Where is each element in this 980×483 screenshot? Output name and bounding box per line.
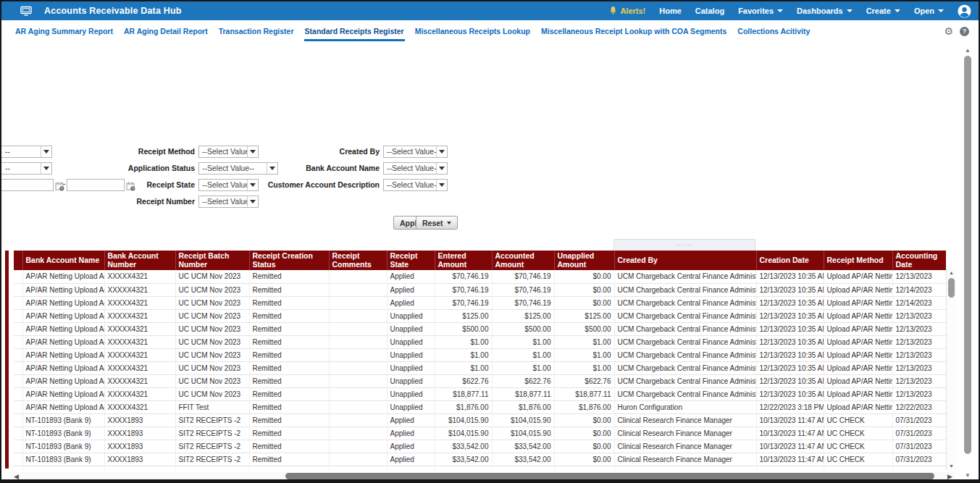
- help-icon[interactable]: ?: [960, 27, 969, 36]
- table-hscroll-thumb[interactable]: [285, 473, 934, 479]
- cell: $70,746.19: [492, 296, 554, 309]
- cell: $125.00: [435, 309, 492, 322]
- cell: $1.00: [492, 348, 554, 361]
- cell: [329, 374, 387, 387]
- favorites-menu[interactable]: Favorites: [738, 7, 783, 15]
- alerts-link[interactable]: Alerts!: [609, 6, 645, 16]
- cell: $622.76: [554, 374, 614, 387]
- cell: UC UCM Nov 2023: [175, 335, 249, 348]
- cell: Clinical Research Finance Manager: [614, 440, 756, 453]
- tab-ar-aging-detail-report[interactable]: AR Aging Detail Report: [123, 27, 209, 41]
- cell: 12/14/2023: [892, 283, 946, 296]
- cell: 12/22/2023: [892, 400, 946, 413]
- column-header-accounting-date: Accounting Date: [892, 251, 946, 270]
- dropdown-arrow-icon[interactable]: [436, 146, 447, 157]
- filter-customer-account-description[interactable]: Customer Account Description --Select Va…: [383, 179, 448, 191]
- row-selector-header: [14, 251, 22, 270]
- dropdown-arrow-icon[interactable]: [247, 180, 258, 190]
- gear-icon[interactable]: ⚙: [944, 26, 953, 36]
- cell: [329, 440, 387, 453]
- scroll-right-arrow[interactable]: ▶: [947, 472, 952, 481]
- scroll-up-arrow[interactable]: ▲: [963, 46, 973, 54]
- column-header-receipt-method: Receipt Method: [824, 251, 892, 270]
- cell: Remitted: [249, 348, 329, 361]
- monitor-icon: [20, 6, 32, 16]
- row-selector-cell: [14, 270, 22, 283]
- scroll-down-arrow[interactable]: ▼: [947, 463, 956, 470]
- tab-standard-receipts-register[interactable]: Standard Receipts Register: [304, 27, 405, 41]
- cell: $0.00: [554, 440, 614, 453]
- tab-ar-aging-summary-report[interactable]: AR Aging Summary Report: [14, 27, 114, 41]
- cell: Remitted: [249, 413, 329, 427]
- dropdown-arrow-icon[interactable]: [247, 196, 258, 207]
- cell: $1.00: [435, 361, 492, 374]
- column-header-receipt-batch-number: Receipt Batch Number: [175, 251, 249, 270]
- section-resize-handle[interactable]: ······: [613, 239, 755, 251]
- filter-receipt-number[interactable]: Receipt Number --Select Value--: [198, 196, 259, 208]
- table-horizontal-scrollbar[interactable]: ◀ ▶: [12, 472, 955, 481]
- cell: AP/AR Netting Upload Acct: [22, 335, 104, 348]
- dashboards-menu[interactable]: Dashboards: [797, 7, 853, 15]
- cell: NT-101893 (Bank 9): [22, 453, 104, 466]
- cell: XXXXX4321: [104, 270, 175, 283]
- cell: $33,542.00: [492, 440, 554, 453]
- cell: 12/13/2023: [892, 348, 946, 361]
- scroll-up-arrow[interactable]: ▲: [947, 269, 956, 277]
- cell: $125.00: [492, 309, 554, 322]
- cell: Remitted: [249, 361, 329, 374]
- table-row: AP/AR Netting Upload AcctXXXXX4321UC UCM…: [14, 270, 946, 283]
- tab-miscellaneous-receipt-lookup-with-coa-segments[interactable]: Miscellaneous Receipt Lookup with COA Se…: [540, 27, 727, 41]
- scroll-down-arrow[interactable]: ▼: [963, 471, 973, 479]
- date-to-input[interactable]: [67, 179, 125, 191]
- avatar-icon[interactable]: [958, 4, 971, 18]
- tab-tools: ⚙ ?: [944, 26, 969, 36]
- page-vertical-scrollbar[interactable]: ▲ ▼: [963, 46, 973, 479]
- dropdown-arrow-icon[interactable]: [41, 163, 51, 174]
- filter-receipt-state[interactable]: Receipt State --Select Value--: [198, 179, 259, 191]
- create-menu[interactable]: Create: [866, 7, 900, 15]
- cell: [329, 283, 387, 296]
- open-menu[interactable]: Open: [914, 7, 944, 15]
- dropdown-arrow-icon[interactable]: [436, 163, 447, 174]
- filter-created-by[interactable]: Created By --Select Value--: [383, 146, 448, 158]
- row-selector-cell: [14, 361, 22, 374]
- catalog-link[interactable]: Catalog: [695, 7, 724, 15]
- cell: Unapplied: [387, 322, 435, 335]
- reset-button[interactable]: Reset: [416, 216, 458, 230]
- dropdown-arrow-icon[interactable]: [267, 163, 277, 174]
- dropdown-arrow-icon[interactable]: [247, 146, 258, 157]
- cell: $70,746.19: [435, 283, 492, 296]
- cell: XXXXX4321: [104, 335, 175, 348]
- cell: AP/AR Netting Upload Acct: [22, 283, 104, 296]
- dropdown-arrow-icon[interactable]: [41, 146, 51, 157]
- cell: UCM Chargeback Central Finance Administr…: [614, 322, 756, 335]
- left-select-1[interactable]: --: [0, 146, 52, 158]
- filter-application-status[interactable]: Application Status --Select Value--: [198, 162, 278, 175]
- tab-transaction-register[interactable]: Transaction Register: [218, 27, 295, 41]
- filter-bank-account-name[interactable]: Bank Account Name --Select Value--: [383, 162, 448, 175]
- tab-miscellaneous-receipts-lookup[interactable]: Miscellaneous Receipts Lookup: [414, 27, 531, 41]
- page-vscroll-thumb[interactable]: [964, 56, 971, 454]
- cell: Applied: [387, 440, 435, 453]
- cell: AP/AR Netting Upload Acct: [22, 309, 104, 322]
- cell: Upload AP/AR Netting: [824, 296, 892, 309]
- home-link[interactable]: Home: [659, 7, 682, 15]
- cell: $1,876.00: [435, 400, 492, 413]
- topbar-links: Alerts! Home Catalog Favorites Dashboard…: [609, 4, 979, 18]
- left-select-2[interactable]: --: [0, 162, 52, 175]
- scroll-left-arrow[interactable]: ◀: [14, 472, 19, 481]
- date-from-input[interactable]: [0, 179, 54, 191]
- table-row: AP/AR Netting Upload AcctXXXXX4321UC UCM…: [14, 374, 946, 387]
- calendar-clock-icon[interactable]: [126, 181, 135, 190]
- dropdown-arrow-icon[interactable]: [436, 180, 447, 190]
- cell: 12/13/2023 10:35 AM: [756, 348, 824, 361]
- table-row: AP/AR Netting Upload AcctXXXXX4321UC UCM…: [14, 309, 946, 322]
- table-vscroll-thumb[interactable]: [948, 278, 955, 298]
- filter-receipt-method[interactable]: Receipt Method --Select Value--: [198, 146, 259, 158]
- cell: AP/AR Netting Upload Acct: [22, 270, 104, 283]
- cell: Remitted: [249, 453, 329, 466]
- table-vertical-scrollbar[interactable]: ▲ ▼: [946, 269, 956, 470]
- cell: Remitted: [249, 270, 329, 283]
- row-selector-cell: [14, 348, 22, 361]
- tab-collections-acitivity[interactable]: Collections Acitivity: [737, 27, 811, 41]
